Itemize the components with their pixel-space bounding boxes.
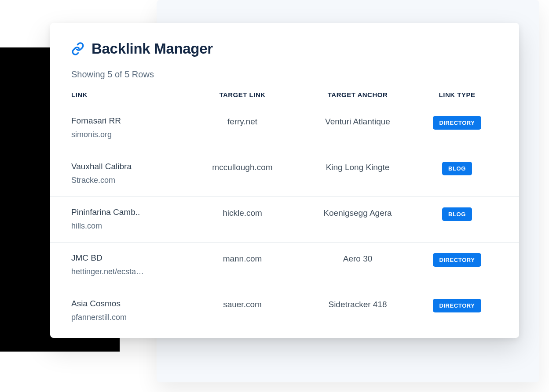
target-link-cell: sauer.com	[187, 299, 298, 309]
table-row[interactable]: Pininfarina Camb.. hills.com hickle.com …	[50, 196, 519, 242]
link-type-badge[interactable]: DIRECTORY	[433, 116, 481, 130]
link-cell: Fornasari RR simonis.org	[71, 116, 187, 139]
link-name: Fornasari RR	[71, 116, 172, 126]
column-header-link[interactable]: LINK	[71, 91, 187, 98]
target-link-cell: mccullough.com	[187, 162, 298, 172]
link-domain: simonis.org	[71, 130, 172, 139]
link-chain-icon	[71, 42, 84, 55]
target-anchor-cell: King Long Kingte	[298, 162, 417, 172]
page-title: Backlink Manager	[92, 40, 213, 57]
column-header-link-type[interactable]: LINK TYPE	[417, 91, 497, 98]
link-cell: Pininfarina Camb.. hills.com	[71, 207, 187, 231]
target-anchor-cell: Koenigsegg Agera	[298, 207, 417, 218]
table-body: Fornasari RR simonis.org ferry.net Ventu…	[50, 105, 519, 334]
link-cell: JMC BD hettinger.net/ecsta…	[71, 253, 187, 276]
link-cell: Vauxhall Calibra Stracke.com	[71, 162, 187, 185]
link-type-badge[interactable]: BLOG	[442, 207, 472, 221]
table-header-row: LINK TARGET LINK TARGET ANCHOR LINK TYPE	[50, 91, 519, 105]
card-header: Backlink Manager Showing 5 of 5 Rows	[50, 40, 519, 80]
link-domain: hettinger.net/ecsta…	[71, 267, 172, 276]
link-type-cell: DIRECTORY	[417, 116, 497, 130]
link-name: JMC BD	[71, 253, 172, 263]
link-domain: hills.com	[71, 221, 172, 231]
link-name: Vauxhall Calibra	[71, 162, 172, 171]
column-header-target-link[interactable]: TARGET LINK	[187, 91, 298, 98]
target-link-cell: hickle.com	[187, 207, 298, 218]
target-link-cell: mann.com	[187, 253, 298, 264]
link-name: Asia Cosmos	[71, 299, 172, 309]
link-type-badge[interactable]: DIRECTORY	[433, 253, 481, 267]
rows-count-subtitle: Showing 5 of 5 Rows	[71, 69, 498, 80]
link-type-cell: BLOG	[417, 162, 497, 175]
backlink-manager-card: Backlink Manager Showing 5 of 5 Rows LIN…	[50, 23, 519, 338]
target-link-cell: ferry.net	[187, 116, 298, 127]
table-row[interactable]: JMC BD hettinger.net/ecsta… mann.com Aer…	[50, 242, 519, 288]
title-row: Backlink Manager	[71, 40, 498, 57]
table-row[interactable]: Fornasari RR simonis.org ferry.net Ventu…	[50, 105, 519, 151]
link-type-cell: DIRECTORY	[417, 253, 497, 267]
link-type-badge[interactable]: BLOG	[442, 162, 472, 175]
target-anchor-cell: Sidetracker 418	[298, 299, 417, 309]
link-type-cell: DIRECTORY	[417, 299, 497, 312]
link-type-cell: BLOG	[417, 207, 497, 221]
column-header-target-anchor[interactable]: TARGET ANCHOR	[298, 91, 417, 98]
table-row[interactable]: Vauxhall Calibra Stracke.com mccullough.…	[50, 151, 519, 196]
target-anchor-cell: Venturi Atlantique	[298, 116, 417, 127]
target-anchor-cell: Aero 30	[298, 253, 417, 264]
link-domain: pfannerstill.com	[71, 313, 172, 322]
link-name: Pininfarina Camb..	[71, 207, 172, 217]
link-cell: Asia Cosmos pfannerstill.com	[71, 299, 187, 322]
table-row[interactable]: Asia Cosmos pfannerstill.com sauer.com S…	[50, 288, 519, 334]
link-type-badge[interactable]: DIRECTORY	[433, 299, 481, 312]
link-domain: Stracke.com	[71, 176, 172, 185]
